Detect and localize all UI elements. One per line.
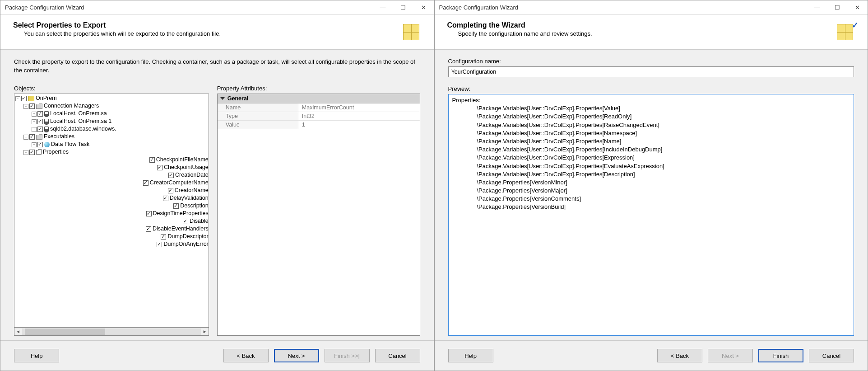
attr-value: MaximumErrorCount	[298, 103, 420, 112]
checkbox[interactable]	[29, 134, 35, 140]
preview-box[interactable]: Properties: \Package.Variables[User::Drv…	[448, 94, 854, 336]
next-button[interactable]: Next >	[274, 349, 319, 362]
chevron-down-icon	[220, 97, 225, 100]
attr-row[interactable]: TypeInt32	[218, 112, 420, 121]
checkbox[interactable]	[146, 226, 151, 232]
wizard-icon: ✓	[836, 21, 858, 43]
preview-line: \Package.Variables[User::DrvColExp].Prop…	[452, 113, 853, 121]
tree-node[interactable]: +LocalHost. OnPrem.sa	[15, 110, 209, 118]
collapse-icon[interactable]: -	[23, 150, 28, 155]
checkbox[interactable]	[168, 173, 174, 178]
checkbox[interactable]	[143, 180, 149, 186]
checkbox[interactable]	[37, 127, 43, 132]
preview-line: \Package.Properties[VersionComments]	[452, 195, 853, 203]
collapse-icon[interactable]: -	[23, 135, 28, 140]
config-name-input[interactable]	[448, 66, 854, 77]
back-button[interactable]: < Back	[657, 349, 702, 362]
tree-node[interactable]: + sqldb2.database.windows.	[15, 126, 209, 133]
checkbox[interactable]	[29, 103, 35, 109]
checkbox[interactable]	[29, 150, 35, 155]
tree-node[interactable]: CheckpointUsage	[15, 164, 209, 172]
tree-node[interactable]: DisableEventHandlers	[15, 225, 209, 233]
attr-group-name: General	[227, 95, 249, 102]
wizard-icon	[402, 21, 424, 43]
tree-node[interactable]: CreatorComputerName	[15, 179, 209, 187]
checkbox[interactable]	[21, 96, 27, 101]
tree-node[interactable]: Disable	[15, 218, 209, 225]
checkbox[interactable]	[37, 111, 43, 117]
expand-icon[interactable]: +	[32, 142, 37, 147]
collapse-icon[interactable]: -	[15, 96, 20, 101]
tree-node[interactable]: Description	[15, 202, 209, 210]
checkbox[interactable]	[157, 242, 162, 247]
window-title: Package Configuration Wizard	[5, 4, 373, 11]
attr-row[interactable]: Value1	[218, 121, 420, 129]
tree-node-label: CheckpointUsage	[164, 164, 209, 171]
button-bar: Help < Back Next > Finish Cancel	[435, 340, 868, 371]
tree-node[interactable]: +Data Flow Task	[15, 141, 209, 149]
checkbox[interactable]	[173, 203, 179, 209]
tree-node[interactable]: CheckpointFileName	[15, 156, 209, 164]
tree-node-label: CreatorComputerName	[150, 179, 209, 187]
checkbox[interactable]	[37, 142, 43, 147]
checkbox[interactable]	[157, 165, 162, 170]
tree-node-label: Connection Managers	[44, 103, 99, 110]
props-icon	[36, 150, 42, 155]
horizontal-scrollbar[interactable]: ◄►	[14, 328, 209, 336]
tree-node[interactable]: -Connection Managers	[15, 103, 209, 110]
maximize-button[interactable]: ☐	[827, 1, 847, 14]
preview-line: \Package.Variables[User::DrvColExp].Prop…	[452, 104, 853, 113]
attr-value: 1	[298, 121, 420, 129]
preview-line: \Package.Variables[User::DrvColExp].Prop…	[452, 146, 853, 154]
attr-name: Value	[218, 121, 298, 129]
tree-node-label: CreatorName	[175, 187, 209, 194]
tree-node[interactable]: DesignTimeProperties	[15, 210, 209, 218]
tree-node-label: DumpOnAnyError	[163, 241, 208, 248]
conn-icon	[44, 127, 49, 132]
tree-node[interactable]: CreationDate	[15, 172, 209, 179]
checkbox[interactable]	[37, 119, 43, 124]
pkg-icon	[28, 96, 34, 101]
finish-button[interactable]: Finish	[758, 349, 803, 362]
tree-node-label: DesignTimeProperties	[153, 210, 209, 217]
checkbox[interactable]	[168, 188, 173, 193]
tree-node[interactable]: -Properties	[15, 149, 209, 156]
objects-tree[interactable]: -OnPrem-Connection Managers+LocalHost. O…	[14, 94, 209, 328]
wizard-header: Completing the Wizard Specify the config…	[435, 15, 868, 50]
tree-node-label: Data Flow Task	[51, 141, 89, 148]
cancel-button[interactable]: Cancel	[375, 349, 420, 362]
checkbox[interactable]	[149, 157, 155, 163]
minimize-button[interactable]: —	[807, 1, 827, 14]
tree-node[interactable]: DumpOnAnyError	[15, 241, 209, 249]
expand-icon[interactable]: +	[32, 112, 37, 117]
expand-icon[interactable]: +	[32, 127, 37, 132]
checkbox[interactable]	[183, 219, 188, 224]
collapse-icon[interactable]: -	[23, 104, 28, 109]
tree-node[interactable]: -Executables	[15, 133, 209, 141]
tree-node[interactable]: +LocalHost. OnPrem.sa 1	[15, 118, 209, 126]
attributes-grid[interactable]: General NameMaximumErrorCountTypeInt32Va…	[217, 94, 420, 336]
tree-node[interactable]: -OnPrem	[15, 95, 209, 103]
tree-node[interactable]: CreatorName	[15, 187, 209, 195]
minimize-button[interactable]: —	[373, 1, 393, 14]
folder-icon	[36, 103, 42, 109]
close-button[interactable]: ✕	[847, 1, 868, 14]
checkbox[interactable]	[163, 196, 168, 201]
checkbox[interactable]	[146, 211, 152, 216]
intro-text: Check the property to export to the conf…	[14, 58, 420, 75]
preview-line: \Package.Variables[User::DrvColExp].Prop…	[452, 137, 853, 146]
attr-group-header[interactable]: General	[218, 94, 420, 103]
close-button[interactable]: ✕	[413, 1, 434, 14]
checkbox[interactable]	[161, 234, 166, 240]
maximize-button[interactable]: ☐	[393, 1, 413, 14]
tree-node[interactable]: DumpDescriptor	[15, 233, 209, 241]
expand-icon[interactable]: +	[32, 119, 37, 124]
cancel-button[interactable]: Cancel	[809, 349, 854, 362]
attributes-label: Property Attributes:	[217, 85, 420, 92]
attr-row[interactable]: NameMaximumErrorCount	[218, 103, 420, 112]
help-button[interactable]: Help	[14, 349, 59, 362]
tree-node[interactable]: DelayValidation	[15, 195, 209, 202]
tree-node-label: DumpDescriptor	[167, 233, 208, 240]
help-button[interactable]: Help	[448, 349, 493, 362]
back-button[interactable]: < Back	[223, 349, 269, 362]
